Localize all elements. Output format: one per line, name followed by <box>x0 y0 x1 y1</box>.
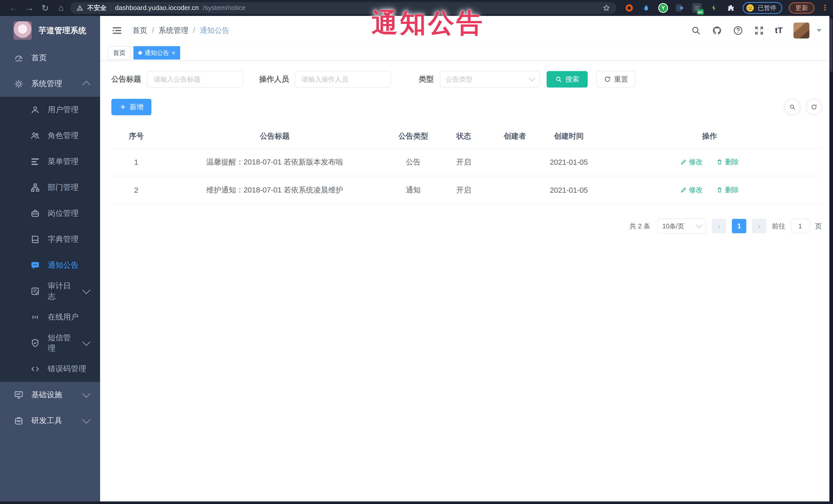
browser-back-icon[interactable] <box>7 2 20 14</box>
refresh-table-button[interactable] <box>806 99 822 115</box>
sidebar-item-label: 角色管理 <box>48 130 78 141</box>
sidebar-item-audit-log[interactable]: 审计日志 <box>0 278 100 304</box>
extension-ring-icon[interactable] <box>624 3 634 13</box>
sidebar-item-infrastructure[interactable]: 基础设施 <box>0 382 100 408</box>
sidebar-item-online-users[interactable]: 在线用户 <box>0 304 100 330</box>
sidebar-item-home[interactable]: 首页 <box>0 45 100 71</box>
help-icon[interactable] <box>733 25 743 36</box>
close-icon[interactable] <box>172 50 175 56</box>
reset-button[interactable]: 重置 <box>596 71 636 88</box>
add-button-label: 新增 <box>129 102 143 112</box>
add-button[interactable]: 新增 <box>111 99 151 115</box>
active-tag-dot <box>138 51 142 55</box>
sidebar-item-devtools[interactable]: 研发工具 <box>0 408 100 434</box>
chevron-down-icon <box>82 286 91 294</box>
browser-home-icon[interactable] <box>54 2 68 14</box>
title-filter-input[interactable] <box>147 71 243 88</box>
sidebar-item-system[interactable]: 系统管理 <box>0 71 100 97</box>
extension-y-icon[interactable]: Y <box>658 3 668 13</box>
sidebar-item-menus[interactable]: 菜单管理 <box>0 149 100 174</box>
filter-title-group: 公告标题 <box>111 71 243 88</box>
search-button[interactable]: 搜索 <box>547 71 588 88</box>
pagination-total: 共 2 条 <box>629 222 650 231</box>
cell-creator <box>490 176 541 204</box>
browser-forward-icon[interactable] <box>23 2 36 14</box>
sidebar-item-dictionary[interactable]: 字典管理 <box>0 226 100 252</box>
sidebar-item-roles[interactable]: 角色管理 <box>0 123 100 149</box>
operator-filter-label: 操作人员 <box>259 74 289 85</box>
address-bar[interactable]: 不安全 dashboard.yudao.iocoder.cn/system/no… <box>70 2 616 14</box>
cell-creator <box>490 148 541 176</box>
github-icon[interactable] <box>712 25 722 36</box>
sidebar-item-posts[interactable]: 岗位管理 <box>0 200 100 226</box>
search-icon[interactable] <box>691 25 701 36</box>
sidebar-item-label: 字典管理 <box>48 234 78 244</box>
page-number-1[interactable]: 1 <box>732 219 746 233</box>
toggle-search-button[interactable] <box>785 99 800 115</box>
extension-diamond-icon[interactable] <box>675 3 685 13</box>
tag-label: 首页 <box>113 49 125 57</box>
search-button-label: 搜索 <box>565 75 579 84</box>
sidebar-collapse-icon[interactable] <box>111 25 123 36</box>
scrollbar-thumb[interactable] <box>830 18 832 72</box>
page-scrollbar[interactable] <box>829 16 833 504</box>
chevron-down-icon <box>82 415 91 424</box>
chevron-down-icon <box>82 338 91 346</box>
goto-page-input[interactable] <box>791 219 809 233</box>
profile-paused-chip[interactable]: 已暂停 <box>743 2 782 14</box>
window-bottom-edge <box>0 501 833 504</box>
column-header: 创建者 <box>490 124 541 148</box>
extension-drop-icon[interactable] <box>641 3 651 13</box>
sidebar-logo-row[interactable]: 芋道管理系统 <box>0 16 100 45</box>
browser-menu-dots-icon[interactable]: ⋮ <box>821 5 826 10</box>
sidebar-item-users[interactable]: 用户管理 <box>0 97 100 123</box>
sidebar-item-label: 首页 <box>31 53 47 63</box>
type-filter-select[interactable]: 公告类型 <box>440 71 540 88</box>
not-secure-warning-icon <box>76 5 83 11</box>
sidebar-item-error-codes[interactable]: 错误码管理 <box>0 356 100 382</box>
tag-label: 通知公告 <box>144 49 169 57</box>
delete-link-label: 删除 <box>725 185 739 194</box>
browser-reload-icon[interactable] <box>39 2 52 14</box>
extension-on-icon[interactable]: on <box>692 3 702 13</box>
avatar-caret-down-icon[interactable] <box>816 29 822 32</box>
tools-icon <box>14 416 24 426</box>
pencil-icon <box>680 187 687 193</box>
font-size-icon[interactable]: tT <box>775 26 783 35</box>
sidebar-item-notices[interactable]: 通知公告 <box>0 252 100 278</box>
column-header: 公告标题 <box>161 124 388 148</box>
prev-page-button[interactable] <box>712 219 726 233</box>
notices-table: 序号 公告标题 公告类型 状态 创建者 创建时间 操作 1 温馨提醒：2018- <box>111 124 822 204</box>
log-form-icon <box>30 286 40 296</box>
page-size-select[interactable]: 10条/页 <box>658 219 706 234</box>
tag-notices[interactable]: 通知公告 <box>134 46 180 59</box>
code-icon <box>30 364 40 374</box>
tag-home[interactable]: 首页 <box>108 46 130 59</box>
fullscreen-icon[interactable] <box>754 25 764 36</box>
monitor-icon <box>14 390 24 400</box>
edit-link[interactable]: 修改 <box>680 185 703 194</box>
type-filter-label: 类型 <box>419 74 434 85</box>
delete-link[interactable]: 删除 <box>716 185 739 194</box>
user-avatar[interactable] <box>793 23 809 39</box>
chevron-up-icon <box>82 80 91 89</box>
edit-link[interactable]: 修改 <box>680 157 703 167</box>
sidebar-item-sms[interactable]: 短信管理 <box>0 330 100 356</box>
edit-link-label: 修改 <box>689 157 703 167</box>
extension-bolt-icon[interactable] <box>709 3 719 13</box>
pencil-icon <box>680 159 687 165</box>
next-page-button[interactable] <box>752 219 766 233</box>
breadcrumb-system[interactable]: 系统管理 <box>159 25 188 36</box>
browser-update-button[interactable]: 更新 <box>789 2 814 14</box>
sidebar-item-departments[interactable]: 部门管理 <box>0 174 100 200</box>
bookmark-star-icon[interactable] <box>602 4 610 12</box>
extensions-puzzle-icon[interactable] <box>726 3 736 13</box>
operator-filter-input[interactable] <box>295 71 390 88</box>
breadcrumb: 首页 系统管理 通知公告 <box>133 25 230 36</box>
user-icon <box>30 105 40 115</box>
breadcrumb-home[interactable]: 首页 <box>133 25 147 36</box>
cell-status: 开启 <box>438 176 489 204</box>
delete-link[interactable]: 删除 <box>716 157 739 167</box>
search-icon <box>555 76 562 83</box>
sidebar-item-label: 研发工具 <box>31 415 62 426</box>
